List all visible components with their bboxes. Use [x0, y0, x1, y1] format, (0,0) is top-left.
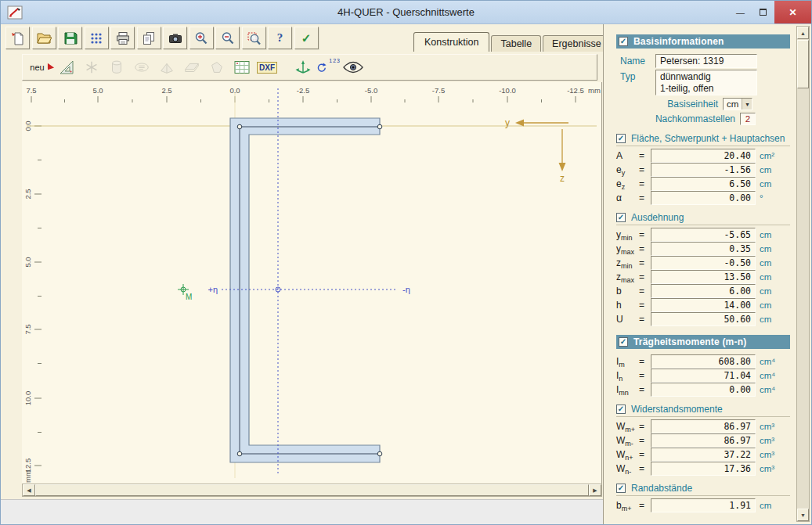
equals-sign: = — [639, 164, 651, 175]
value-row: zmin = -0.50 cm — [616, 256, 790, 269]
profile-node[interactable] — [377, 124, 382, 129]
ausdehnung-checkbox[interactable]: ✓ — [616, 213, 626, 222]
scroll-right-button[interactable]: ▶ — [589, 484, 601, 496]
value-field: 0.00 — [651, 191, 756, 205]
value-unit: cm — [760, 244, 771, 254]
value-field: 6.50 — [651, 177, 756, 191]
dxf-button[interactable]: DXF — [254, 56, 280, 78]
cylinder-button — [104, 56, 129, 78]
grid-table-button[interactable] — [229, 56, 254, 78]
save-button[interactable] — [58, 27, 82, 49]
value-label: Wm+ — [616, 421, 639, 432]
name-row: Name Petersen: 1319 — [620, 54, 790, 68]
panel-vscrollbar[interactable]: ▲ ▼ — [796, 26, 810, 522]
value-unit: cm — [760, 300, 771, 310]
value-unit: cm — [760, 272, 771, 282]
ruler-left: 0.02.55.07.510.012.5mm — [23, 120, 42, 484]
help-button[interactable]: ? — [268, 27, 292, 49]
maximize-icon — [760, 9, 767, 16]
new-button[interactable] — [5, 27, 30, 49]
zoom-window-button[interactable] — [242, 27, 266, 49]
visibility-button[interactable] — [341, 56, 366, 78]
value-unit: cm⁴ — [760, 385, 775, 394]
svg-text:10.0: 10.0 — [23, 391, 32, 406]
chevron-down-icon[interactable]: ▼ — [742, 99, 752, 110]
traegheit-checkbox[interactable]: ✓ — [619, 337, 628, 347]
svg-text:2.5: 2.5 — [161, 86, 171, 95]
new-document-icon — [10, 31, 26, 46]
set-square-icon — [57, 58, 76, 77]
value-unit: cm³ — [760, 422, 774, 431]
check-icon: ✓ — [618, 214, 624, 221]
hscroll-thumb[interactable] — [35, 484, 589, 496]
typ-label: Typ — [620, 70, 655, 82]
copy-button[interactable] — [137, 27, 161, 49]
svg-text:-7.5: -7.5 — [432, 86, 445, 95]
section-widerstandsmomente: ✓ Widerstandsmomente — [616, 404, 790, 417]
widerstand-rows: Wm+ = 86.97 cm³ Wm- = 86.97 cm³ Wn+ = 37… — [604, 419, 796, 475]
value-row: ymax = 0.35 cm — [616, 242, 790, 255]
close-button[interactable]: ✕ — [774, 1, 811, 23]
name-field[interactable]: Petersen: 1319 — [655, 54, 757, 68]
points-button[interactable] — [85, 27, 109, 49]
ausdehnung-rows: ymin = -5.65 cm ymax = 0.35 cm zmin = -0… — [604, 228, 796, 325]
equals-sign: = — [639, 463, 651, 474]
vscroll-thumb[interactable] — [797, 40, 809, 88]
value-label: A — [616, 150, 639, 161]
rings-icon — [133, 59, 150, 76]
flaeche-checkbox[interactable]: ✓ — [616, 134, 626, 143]
equals-sign: = — [639, 286, 651, 297]
drawing-viewport[interactable]: 7.55.02.50.0-2.5-5.0-7.5-10.0-12.5mm 0.0… — [22, 82, 602, 484]
scroll-up-button[interactable]: ▲ — [797, 27, 809, 39]
camera-button[interactable] — [163, 27, 187, 49]
tab-konstruktion[interactable]: Konstruktion — [413, 32, 489, 52]
zoom-in-button[interactable] — [189, 27, 214, 49]
value-row: h = 14.00 cm — [616, 298, 790, 311]
rotate-button[interactable]: 123 — [316, 56, 341, 78]
prism-icon — [158, 59, 175, 76]
check-icon: ✓ — [618, 135, 624, 142]
rand-checkbox[interactable]: ✓ — [616, 484, 626, 493]
value-field: 13.50 — [651, 270, 756, 284]
value-field: 17.36 — [651, 462, 756, 476]
drawing-canvas[interactable]: 7.55.02.50.0-2.5-5.0-7.5-10.0-12.5mm 0.0… — [22, 82, 602, 484]
set-square-button[interactable] — [54, 56, 79, 78]
basiseinheit-select[interactable]: cm ▼ — [723, 98, 752, 110]
name-label: Name — [620, 54, 655, 67]
profile-node[interactable] — [377, 451, 382, 456]
value-row: α = 0.00 ° — [616, 191, 790, 204]
maximize-button[interactable] — [752, 1, 774, 23]
equals-sign: = — [639, 271, 651, 282]
open-button[interactable] — [32, 27, 56, 49]
svg-text:-12.5: -12.5 — [567, 86, 584, 95]
scroll-left-button[interactable]: ◀ — [23, 484, 35, 496]
canvas-hscrollbar[interactable]: ◀ ▶ — [22, 484, 602, 497]
zoom-out-button[interactable] — [215, 27, 240, 49]
value-label: Wm- — [616, 435, 639, 446]
nachkommastellen-field[interactable]: 2 — [740, 113, 756, 125]
profile-shape[interactable] — [230, 118, 382, 462]
typ-row: Typ dünnwandig 1-teilig, offen — [620, 70, 790, 95]
plate-button — [179, 56, 204, 78]
titlebar[interactable]: 4H-QUER - Querschnittswerte — ✕ — [1, 1, 811, 24]
asterisk-button — [79, 56, 104, 78]
basis-checkbox[interactable]: ✓ — [619, 37, 628, 46]
tab-tabelle[interactable]: Tabelle — [491, 35, 541, 52]
points-grid-icon — [88, 31, 104, 46]
value-label: Imn — [616, 384, 639, 395]
section-title-text: Ausdehnung — [631, 212, 790, 223]
value-label: Im — [616, 356, 639, 367]
value-field: -1.56 — [651, 163, 756, 177]
print-button[interactable] — [110, 27, 135, 49]
minimize-button[interactable]: — — [729, 1, 752, 23]
scroll-down-button[interactable]: ▼ — [797, 509, 809, 521]
profile-node[interactable] — [237, 451, 242, 456]
camera-icon — [168, 31, 183, 46]
profile-node[interactable] — [237, 124, 242, 129]
neu-button[interactable]: neu — [29, 56, 54, 78]
value-field: 86.97 — [651, 433, 756, 448]
apply-button[interactable]: ✓ — [294, 27, 319, 49]
widerstand-checkbox[interactable]: ✓ — [616, 405, 626, 414]
axes-button[interactable] — [291, 56, 316, 78]
tab-ergebnisse[interactable]: Ergebnisse — [543, 35, 611, 52]
